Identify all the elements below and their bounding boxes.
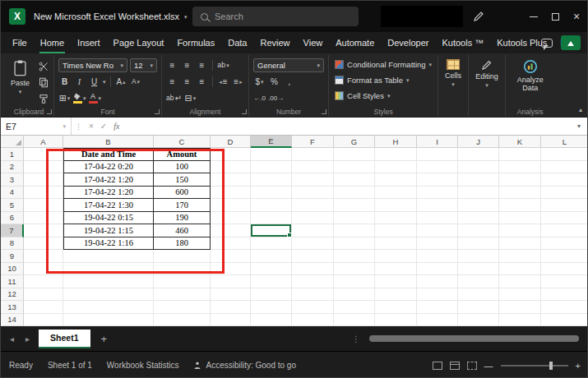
cell-H7[interactable] [375, 224, 417, 237]
title-chevron-icon[interactable]: ▾ [184, 14, 188, 20]
cell-H6[interactable] [375, 212, 417, 225]
format-painter-button[interactable] [37, 92, 49, 106]
cell-I11[interactable] [417, 275, 458, 288]
column-header-K[interactable]: K [499, 136, 541, 148]
cell-F14[interactable] [292, 314, 334, 327]
cell-L6[interactable] [541, 212, 587, 225]
cell-C11[interactable] [154, 275, 211, 288]
cell-C4[interactable]: 600 [154, 187, 211, 200]
column-header-I[interactable]: I [417, 136, 458, 148]
cell-H3[interactable] [375, 173, 417, 187]
column-header-D[interactable]: D [211, 136, 251, 148]
cell-B12[interactable] [63, 288, 154, 302]
cell-I12[interactable] [417, 288, 458, 302]
zoom-slider-thumb[interactable] [549, 362, 553, 370]
cell-I9[interactable] [417, 250, 458, 263]
cell-H4[interactable] [375, 187, 417, 200]
cell-L13[interactable] [541, 301, 587, 314]
accessibility-status[interactable]: Accessibility: Good to go [193, 361, 296, 370]
cell-A3[interactable] [24, 173, 63, 187]
cell-B10[interactable] [63, 263, 154, 276]
cell-J12[interactable] [458, 288, 499, 302]
cell-D4[interactable] [211, 187, 251, 200]
cell-A9[interactable] [24, 250, 63, 263]
cell-A12[interactable] [24, 288, 63, 302]
cell-K10[interactable] [499, 263, 541, 276]
number-dialog-launcher-icon[interactable] [322, 109, 326, 114]
comma-style-button[interactable]: , [283, 75, 295, 89]
cell-B6[interactable]: 19-04-22 0:15 [63, 212, 154, 225]
tab-formulas[interactable]: Formulas [170, 32, 221, 53]
cell-A10[interactable] [24, 263, 63, 276]
cell-D6[interactable] [211, 212, 251, 225]
decrease-decimal-button[interactable]: .00→ [268, 91, 284, 105]
cell-H14[interactable] [375, 314, 417, 327]
cell-I13[interactable] [417, 301, 458, 314]
horizontal-scrollbar-thumb[interactable] [369, 335, 579, 342]
align-bottom-button[interactable]: ≡ [196, 58, 208, 72]
number-format-select[interactable]: General ▾ [253, 58, 324, 72]
cell-L10[interactable] [541, 263, 587, 276]
cell-A6[interactable] [24, 212, 63, 225]
align-middle-button[interactable]: ≡ [181, 58, 193, 72]
cell-C13[interactable] [154, 301, 211, 314]
underline-button[interactable]: U [88, 75, 100, 89]
row-header-4[interactable]: 4 [1, 187, 24, 200]
cell-A11[interactable] [24, 275, 63, 288]
cell-E5[interactable] [251, 199, 292, 212]
cell-D11[interactable] [211, 275, 251, 288]
cell-J13[interactable] [458, 301, 499, 314]
cell-L9[interactable] [541, 250, 587, 263]
cell-J7[interactable] [458, 224, 499, 237]
cell-A1[interactable] [24, 148, 63, 161]
cell-G7[interactable] [334, 224, 375, 237]
cell-D3[interactable] [211, 173, 251, 187]
column-header-G[interactable]: G [334, 136, 375, 148]
cell-D14[interactable] [211, 314, 251, 327]
cell-I2[interactable] [417, 161, 458, 174]
row-header-1[interactable]: 1 [1, 148, 24, 161]
format-as-table-button[interactable]: Format as Table▾ [333, 72, 433, 88]
add-sheet-button[interactable]: + [90, 333, 118, 345]
cell-F2[interactable] [292, 161, 334, 174]
cell-J3[interactable] [458, 173, 499, 187]
cell-F4[interactable] [292, 187, 334, 200]
comments-icon[interactable] [541, 39, 553, 48]
copy-button[interactable] [37, 76, 49, 90]
tab-file[interactable]: File [6, 32, 34, 53]
formula-bar-expand-icon[interactable]: ▾ [571, 122, 587, 130]
cell-L4[interactable] [541, 187, 587, 200]
row-header-10[interactable]: 10 [1, 263, 24, 276]
cell-G6[interactable] [334, 212, 375, 225]
row-header-2[interactable]: 2 [1, 161, 24, 174]
cell-L14[interactable] [541, 314, 587, 327]
cell-C7[interactable]: 460 [154, 224, 211, 237]
cell-A8[interactable] [24, 237, 63, 251]
horizontal-scrollbar[interactable] [369, 335, 579, 342]
cell-I6[interactable] [417, 212, 458, 225]
workbook-statistics-button[interactable]: Workbook Statistics [107, 361, 179, 370]
cell-A13[interactable] [24, 301, 63, 314]
cell-C2[interactable]: 100 [154, 161, 211, 174]
percent-style-button[interactable]: % [268, 75, 280, 89]
cell-K12[interactable] [499, 288, 541, 302]
tab-automate[interactable]: Automate [329, 32, 381, 53]
cell-L5[interactable] [541, 199, 587, 212]
cell-F6[interactable] [292, 212, 334, 225]
cell-K3[interactable] [499, 173, 541, 187]
cell-H2[interactable] [375, 161, 417, 174]
cell-H5[interactable] [375, 199, 417, 212]
pen-icon[interactable] [473, 11, 484, 25]
cell-H12[interactable] [375, 288, 417, 302]
underline-chevron-icon[interactable]: ▾ [103, 79, 106, 85]
tab-data[interactable]: Data [221, 32, 253, 53]
cell-F7[interactable] [292, 224, 334, 237]
zoom-in-button[interactable]: + [576, 361, 581, 371]
cell-D12[interactable] [211, 288, 251, 302]
cell-D9[interactable] [211, 250, 251, 263]
borders-button[interactable]: ⊞▾ [58, 91, 71, 105]
cell-B3[interactable]: 17-04-22 1:20 [63, 173, 154, 187]
cell-E10[interactable] [251, 263, 292, 276]
cell-K6[interactable] [499, 212, 541, 225]
cell-C5[interactable]: 170 [154, 199, 211, 212]
